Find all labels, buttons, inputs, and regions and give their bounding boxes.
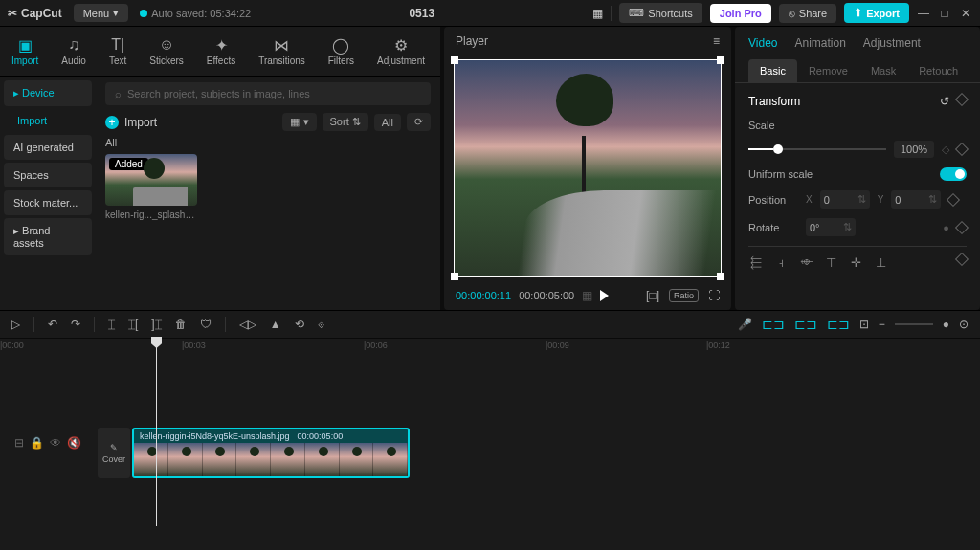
resize-handle-tr[interactable] <box>717 56 724 64</box>
export-button[interactable]: ⬆ Export <box>844 3 909 23</box>
mirror-icon[interactable]: ◁▷ <box>239 318 256 331</box>
align-top-icon[interactable]: ⊤ <box>823 254 838 270</box>
search-input[interactable]: ⌕ Search project, subjects in image, lin… <box>105 82 431 105</box>
autosave-text: Auto saved: 05:34:22 <box>151 8 251 19</box>
grid-view-button[interactable]: ▦ ▾ <box>282 113 316 131</box>
delete-icon[interactable]: 🗑 <box>175 318 187 331</box>
keyframe-icon[interactable] <box>955 220 969 233</box>
link-icon[interactable]: ⊏⊐ <box>794 317 817 332</box>
scale-slider[interactable] <box>748 148 886 150</box>
tab-transitions[interactable]: ⋈Transitions <box>247 33 317 70</box>
marker-icon[interactable]: 🛡 <box>200 318 212 331</box>
focus-icon[interactable]: [□] <box>646 289 659 302</box>
shortcuts-button[interactable]: ⌨ Shortcuts <box>619 3 702 23</box>
split-left-icon[interactable]: ⌶[ <box>128 318 138 331</box>
play-button[interactable] <box>600 290 609 301</box>
uniform-toggle[interactable] <box>940 167 967 181</box>
props-tab-video[interactable]: Video <box>748 36 777 50</box>
filter-button[interactable]: ⟳ <box>407 113 431 131</box>
redo-icon[interactable]: ↷ <box>71 318 80 331</box>
tab-stickers[interactable]: ☺Stickers <box>138 33 195 70</box>
position-x-input[interactable]: 0⇅ <box>820 190 870 209</box>
sidebar-item-ai[interactable]: AI generated <box>4 135 92 160</box>
magnet-icon[interactable]: ⊏⊐ <box>762 317 785 332</box>
reset-icon[interactable]: ↺ <box>940 95 949 108</box>
player-canvas[interactable] <box>444 55 731 281</box>
share-button[interactable]: ⎋ Share <box>779 4 836 23</box>
layout-icon[interactable]: ▦ <box>592 7 603 20</box>
tab-filters[interactable]: ◯Filters <box>317 33 366 70</box>
resize-handle-br[interactable] <box>717 273 724 280</box>
join-pro-button[interactable]: Join Pro <box>710 4 771 23</box>
preview-icon[interactable]: ⊡ <box>859 318 869 331</box>
ratio-button[interactable]: Ratio <box>669 289 699 302</box>
player-menu-icon[interactable]: ≡ <box>713 34 720 48</box>
tab-import[interactable]: ▣Import <box>0 33 50 70</box>
split-right-icon[interactable]: ]⌶ <box>151 318 161 331</box>
snap-icon[interactable]: ⊏⊐ <box>827 317 850 332</box>
maximize-button[interactable]: □ <box>938 7 951 20</box>
tab-adjustment[interactable]: ⚙Adjustment <box>366 33 436 70</box>
settings-icon[interactable]: ⊙ <box>959 318 969 331</box>
select-tool-icon[interactable]: ▷ <box>11 318 20 331</box>
flip-icon[interactable]: ▲ <box>270 318 281 331</box>
stepper-icon[interactable]: ◇ <box>942 143 949 156</box>
preview-image[interactable] <box>454 59 722 277</box>
sidebar-item-device[interactable]: ▸ Device <box>4 80 92 106</box>
crop-icon[interactable]: ⟐ <box>318 318 324 331</box>
align-left-icon[interactable]: ⬱ <box>748 254 764 270</box>
resize-handle-tl[interactable] <box>451 56 458 64</box>
minimize-button[interactable]: ― <box>917 7 930 20</box>
subtab-mask[interactable]: Mask <box>859 59 907 82</box>
subtab-retouch[interactable]: Retouch <box>907 59 969 82</box>
align-right-icon[interactable]: ⬲ <box>798 254 813 270</box>
align-center-h-icon[interactable]: ⫞ <box>773 254 789 270</box>
track-lock-icon[interactable]: 🔒 <box>30 436 44 450</box>
tab-audio[interactable]: ♫Audio <box>50 33 98 70</box>
media-thumbnail[interactable]: Added kellen-rig..._splash.jpg <box>105 154 197 220</box>
fullscreen-icon[interactable]: ⛶ <box>708 289 720 302</box>
track-mute-icon[interactable]: 🔇 <box>67 436 81 450</box>
close-button[interactable]: ✕ <box>959 7 972 20</box>
menu-button[interactable]: Menu ▾ <box>74 4 129 22</box>
thumbnail-grid-icon[interactable]: ▦ <box>582 289 592 302</box>
subtab-basic[interactable]: Basic <box>748 59 797 82</box>
sidebar-item-stock[interactable]: Stock mater... <box>4 190 92 215</box>
keyframe-icon[interactable] <box>955 143 969 156</box>
filter-all-button[interactable]: All <box>374 114 401 131</box>
timeline-ruler[interactable]: |00:00 |00:03 |00:06 |00:09 |00:12 <box>0 339 980 356</box>
align-center-v-icon[interactable]: ✛ <box>848 254 863 270</box>
rotate-icon[interactable]: ⟲ <box>295 318 304 331</box>
track-visible-icon[interactable]: 👁 <box>50 436 61 450</box>
playhead[interactable] <box>156 339 157 526</box>
zoom-out-icon[interactable]: − <box>879 318 885 331</box>
position-y-input[interactable]: 0⇅ <box>891 190 941 209</box>
zoom-in-icon[interactable]: ● <box>943 318 949 331</box>
props-tab-adjustment[interactable]: Adjustment <box>863 36 921 50</box>
import-button[interactable]: + Import <box>105 116 157 129</box>
keyframe-icon[interactable] <box>955 253 969 266</box>
sidebar-item-brand[interactable]: ▸ Brand assets <box>4 218 92 255</box>
mic-icon[interactable]: 🎤 <box>738 318 752 331</box>
rotate-dial-icon[interactable]: ● <box>943 222 949 233</box>
keyframe-icon[interactable] <box>955 93 969 106</box>
sort-button[interactable]: Sort ⇅ <box>323 113 368 131</box>
rotate-input[interactable]: 0°⇅ <box>806 218 856 236</box>
cover-button[interactable]: ✎ Cover <box>98 428 130 478</box>
split-icon[interactable]: ⌶ <box>108 318 115 331</box>
keyframe-icon[interactable] <box>947 192 960 206</box>
props-tab-animation[interactable]: Animation <box>794 36 845 50</box>
track-collapse-icon[interactable]: ⊟ <box>14 436 24 450</box>
resize-handle-bl[interactable] <box>451 273 458 280</box>
undo-icon[interactable]: ↶ <box>48 318 57 331</box>
tracks-area[interactable]: ✎ Cover kellen-riggin-i5Nd8-yq5kE-unspla… <box>96 356 980 450</box>
sidebar-item-spaces[interactable]: Spaces <box>4 163 92 187</box>
sidebar-sub-import[interactable]: Import <box>4 109 92 132</box>
tab-effects[interactable]: ✦Effects <box>195 33 247 70</box>
zoom-slider[interactable] <box>895 323 933 325</box>
align-bottom-icon[interactable]: ⊥ <box>873 254 888 270</box>
scale-value[interactable]: 100% <box>894 141 934 158</box>
tab-text[interactable]: T|Text <box>98 33 138 70</box>
timeline-clip[interactable]: kellen-riggin-i5Nd8-yq5kE-unsplash.jpg 0… <box>132 428 410 478</box>
subtab-remove[interactable]: Remove <box>797 59 859 82</box>
